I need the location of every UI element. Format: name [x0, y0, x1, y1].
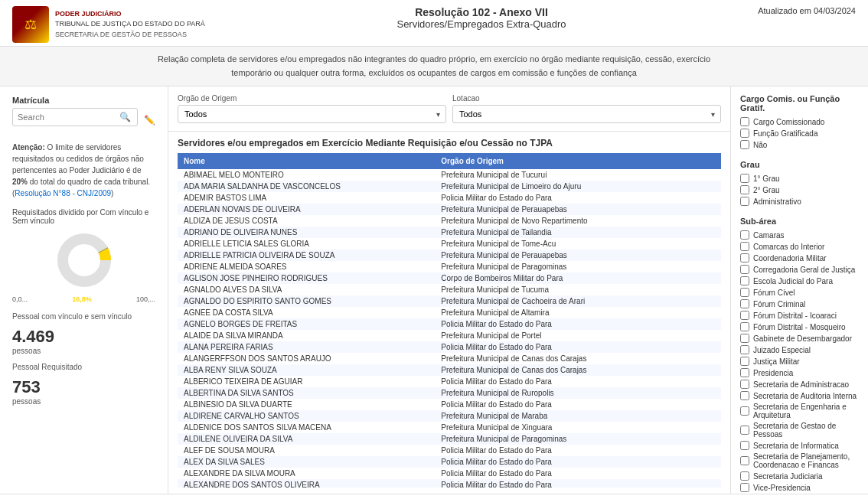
table-row[interactable]: ADA MARIA SALDANHA DE VASCONCELOSPrefeit… [178, 181, 721, 192]
subarea-checkbox[interactable] [740, 368, 749, 377]
subarea-item[interactable]: Secretaria de Auditoria Interna [740, 391, 859, 400]
table-row[interactable]: ALANGERFFSON DOS SANTOS ARAUJOPrefeitura… [178, 353, 721, 364]
table-row[interactable]: ALBERTINA DA SILVA SANTOSPrefeitura Muni… [178, 387, 721, 399]
table-row[interactable]: AGNALDO ALVES DA SILVAPrefeitura Municip… [178, 284, 721, 295]
subarea-checkbox[interactable] [740, 288, 749, 297]
grau-item[interactable]: 1° Grau [740, 174, 859, 183]
subarea-item[interactable]: Gabinete de Desembargador [740, 334, 859, 343]
subarea-checkbox[interactable] [740, 311, 749, 320]
subarea-checkbox[interactable] [740, 456, 749, 465]
table-row[interactable]: ADERLAN NOVAIS DE OLIVEIRAPrefeitura Mun… [178, 204, 721, 215]
lotacao-select-wrapper[interactable]: Todos [452, 105, 721, 123]
subarea-checkbox[interactable] [740, 380, 749, 389]
search-input[interactable] [18, 113, 118, 122]
cargo-title: Cargo Comis. ou Função Gratif. [740, 94, 859, 113]
table-wrapper[interactable]: Nome Orgão de Origem ABIMAEL MELO MONTEI… [178, 153, 721, 488]
subarea-label: Secretaria de Planejamento, Coordenacao … [753, 452, 859, 469]
grau-checkbox[interactable] [740, 197, 749, 206]
table-row[interactable]: ALEF DE SOUSA MOURAPolicia Militar do Es… [178, 445, 721, 456]
subarea-checkbox[interactable] [740, 345, 749, 354]
table-row[interactable]: ALEX DA SILVA SALESPolicia Militar do Es… [178, 456, 721, 468]
table-row[interactable]: ALANA PEREIRA FARIASPolicia Militar do E… [178, 341, 721, 353]
table-row[interactable]: ADEMIR BASTOS LIMAPolicia Militar do Est… [178, 192, 721, 204]
chart-labels: 0,0... 16,8% 100,... [12, 295, 155, 303]
table-row[interactable]: ALDILENE OLIVEIRA DA SILVAPrefeitura Mun… [178, 433, 721, 445]
subarea-item[interactable]: Secretaria de Informatica [740, 441, 859, 450]
subarea-item[interactable]: Secretaria de Engenharia e Arquitetura [740, 403, 859, 419]
resolucao-link[interactable]: Resolução N°88 - CNJ/2009 [15, 189, 111, 197]
table-row[interactable]: ADRIELLE LETICIA SALES GLORIAPrefeitura … [178, 238, 721, 250]
subarea-item[interactable]: Coordenadoria Militar [740, 253, 859, 263]
subarea-item[interactable]: Juizado Especial [740, 345, 859, 354]
table-row[interactable]: ALBINESIO DA SILVA DUARTEPolicia Militar… [178, 399, 721, 410]
subarea-checkbox[interactable] [740, 299, 749, 308]
grau-item[interactable]: Administrativo [740, 197, 859, 206]
grau-item[interactable]: 2° Grau [740, 185, 859, 194]
subarea-checkbox[interactable] [740, 334, 749, 343]
subarea-checkbox[interactable] [740, 426, 749, 435]
requisitado-stats: Pessoal Requisitado 753 pessoas [12, 363, 155, 406]
subarea-item[interactable]: Fórum Criminal [740, 299, 859, 308]
cell-orgao: Prefeitura Municipal de Perauapebas [435, 250, 721, 261]
subarea-item[interactable]: Presidencia [740, 368, 859, 377]
table-row[interactable]: ALDENICE DOS SANTOS SILVA MACENAPrefeitu… [178, 422, 721, 433]
table-row[interactable]: AGNELO BORGES DE FREITASPolicia Militar … [178, 318, 721, 330]
subarea-checkbox[interactable] [740, 265, 749, 274]
table-row[interactable]: ABIMAEL MELO MONTEIROPrefeitura Municipa… [178, 169, 721, 181]
table-row[interactable]: ADRIELLE PATRICIA OLIVEIRA DE SOUZAPrefe… [178, 250, 721, 261]
subarea-checkbox[interactable] [740, 276, 749, 285]
table-row[interactable]: ALDIRENE CARVALHO SANTOSPrefeitura Munic… [178, 410, 721, 422]
cargo-item[interactable]: Função Gratificada [740, 129, 859, 138]
table-row[interactable]: ADRIENE ALMEIDA SOARESPrefeitura Municip… [178, 261, 721, 272]
subarea-item[interactable]: Secretaria de Gestao de Pessoas [740, 422, 859, 439]
subarea-item[interactable]: Vice-Presidencia [740, 483, 859, 492]
table-row[interactable]: AGNEE DA COSTA SILVAPrefeitura Municipal… [178, 307, 721, 318]
table-row[interactable]: ALBA RENY SILVA SOUZAPrefeitura Municipa… [178, 364, 721, 376]
subarea-checkbox[interactable] [740, 483, 749, 492]
cargo-item[interactable]: Cargo Comissionado [740, 117, 859, 126]
lotacao-select[interactable]: Todos [452, 105, 721, 123]
subarea-item[interactable]: Secretaria de Planejamento, Coordenacao … [740, 452, 859, 469]
cell-orgao: Prefeitura Municipal de Cachoeira de Ara… [435, 295, 721, 307]
table-row[interactable]: ALAIDE DA SILVA MIRANDAPrefeitura Munici… [178, 330, 721, 341]
subarea-checkbox[interactable] [740, 406, 749, 416]
cargo-checkbox[interactable] [740, 140, 749, 149]
subarea-item[interactable]: Fórum Distrital - Mosqueiro [740, 322, 859, 331]
subarea-item[interactable]: Secretaria Judiciaria [740, 471, 859, 481]
orgao-select-wrapper[interactable]: Todos [178, 105, 446, 123]
subarea-item[interactable]: Escola Judicial do Para [740, 276, 859, 285]
subarea-item[interactable]: Corregadoria Geral de Justiça [740, 265, 859, 274]
logo-line2: TRIBUNAL DE JUSTIÇA DO ESTADO DO PARÁ [55, 19, 205, 30]
subarea-checkbox[interactable] [740, 441, 749, 450]
table-row[interactable]: ALBERICO TEIXEIRA DE AGUIARPolicia Milit… [178, 376, 721, 387]
subarea-item[interactable]: Comarcas do Interior [740, 242, 859, 251]
search-icon-button[interactable]: 🔍 [118, 112, 132, 122]
cargo-checkbox[interactable] [740, 129, 749, 138]
subarea-item[interactable]: Secretaria de Administracao [740, 380, 859, 389]
subarea-checkbox[interactable] [740, 242, 749, 251]
subarea-label: Coordenadoria Militar [753, 254, 827, 263]
edit-icon[interactable]: ✏️ [144, 115, 155, 126]
subarea-item[interactable]: Fórum Cível [740, 288, 859, 297]
subarea-checkbox[interactable] [740, 471, 749, 481]
subarea-checkbox[interactable] [740, 391, 749, 400]
cargo-item[interactable]: Não [740, 140, 859, 149]
table-row[interactable]: ALEXANDRE DOS SANTOS OLIVEIRAPolicia Mil… [178, 479, 721, 488]
search-box[interactable]: 🔍 [12, 108, 138, 126]
subarea-item[interactable]: Fórum Distrital - Icoaraci [740, 311, 859, 320]
grau-checkbox[interactable] [740, 185, 749, 194]
table-row[interactable]: AGNALDO DO ESPIRITO SANTO GOMESPrefeitur… [178, 295, 721, 307]
orgao-select[interactable]: Todos [178, 105, 446, 123]
subarea-item[interactable]: Justiça Militar [740, 357, 859, 366]
table-row[interactable]: ADRIANO DE OLIVEIRA NUNESPrefeitura Muni… [178, 227, 721, 238]
subarea-checkbox[interactable] [740, 357, 749, 366]
subarea-checkbox[interactable] [740, 253, 749, 263]
table-row[interactable]: ALEXANDRE DA SILVA MOURAPolicia Militar … [178, 468, 721, 479]
subarea-checkbox[interactable] [740, 230, 749, 240]
table-row[interactable]: AGLISON JOSE PINHEIRO RODRIGUESCorpo de … [178, 272, 721, 284]
table-row[interactable]: ALDIZA DE JESUS COSTAPrefeitura Municipa… [178, 215, 721, 227]
subarea-item[interactable]: Camaras [740, 230, 859, 240]
grau-checkbox[interactable] [740, 174, 749, 183]
subarea-checkbox[interactable] [740, 322, 749, 331]
cargo-checkbox[interactable] [740, 117, 749, 126]
